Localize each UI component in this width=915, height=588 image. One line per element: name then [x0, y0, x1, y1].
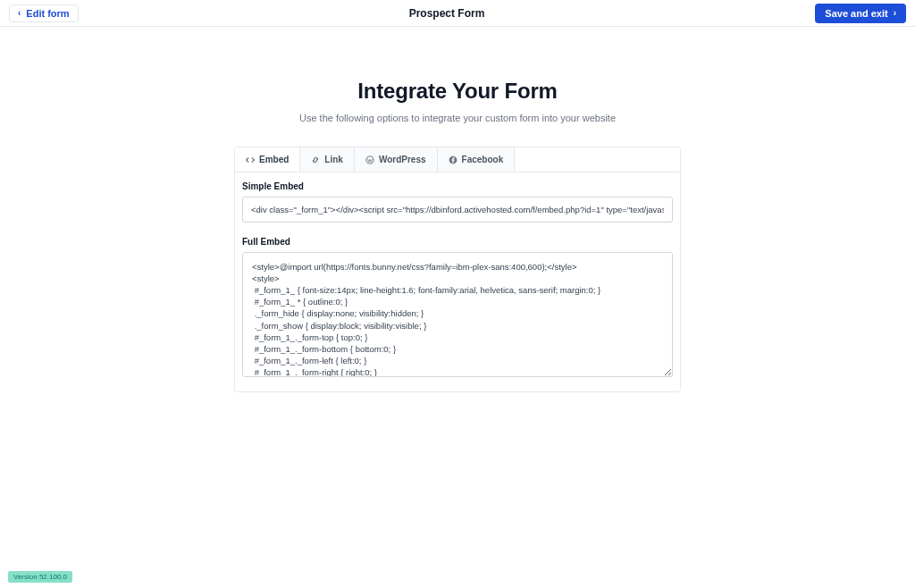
tab-embed-label: Embed	[259, 155, 289, 164]
main-content: Integrate Your Form Use the following op…	[0, 27, 915, 392]
tab-facebook-label: Facebook	[462, 155, 504, 164]
tab-facebook[interactable]: Facebook	[438, 147, 516, 172]
chevron-left-icon: ‹	[18, 9, 21, 18]
tab-embed[interactable]: Embed	[235, 147, 300, 172]
tab-wordpress-label: WordPress	[379, 155, 426, 164]
tab-wordpress[interactable]: WordPress	[355, 147, 438, 172]
save-and-exit-button[interactable]: Save and exit ›	[815, 4, 906, 23]
version-badge: Version 52.100.0	[8, 571, 72, 583]
embed-icon	[246, 155, 255, 164]
wordpress-icon	[365, 155, 374, 164]
link-icon	[311, 155, 320, 164]
facebook-icon	[449, 155, 458, 164]
simple-embed-label: Simple Embed	[242, 181, 673, 191]
save-and-exit-label: Save and exit	[825, 8, 887, 19]
heading: Integrate Your Form	[357, 79, 557, 104]
full-embed-textarea[interactable]	[242, 252, 673, 377]
top-bar: ‹ Edit form Prospect Form Save and exit …	[0, 0, 915, 27]
tabs: Embed Link WordPress	[235, 147, 680, 172]
subheading: Use the following options to integrate y…	[299, 113, 616, 123]
chevron-right-icon: ›	[894, 9, 896, 18]
tab-link[interactable]: Link	[300, 147, 355, 172]
full-embed-label: Full Embed	[242, 237, 673, 247]
edit-form-label: Edit form	[26, 8, 69, 19]
simple-embed-input[interactable]	[242, 197, 673, 223]
page-title: Prospect Form	[409, 7, 485, 20]
tab-link-label: Link	[324, 155, 343, 164]
card-body: Simple Embed Full Embed	[235, 172, 680, 391]
edit-form-button[interactable]: ‹ Edit form	[9, 4, 79, 22]
integration-card: Embed Link WordPress	[234, 147, 681, 392]
